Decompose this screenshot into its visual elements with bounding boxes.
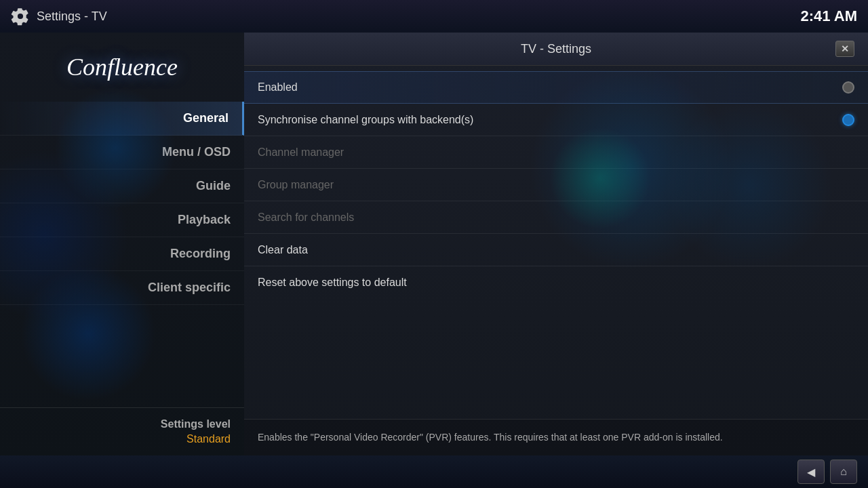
toggle-sync[interactable] [842,114,854,126]
setting-row-enabled[interactable]: Enabled [244,71,868,104]
toggle-enabled[interactable] [842,81,854,94]
sidebar-nav: General Menu / OSD Guide Playback Record… [0,102,244,407]
settings-list: Enabled Synchronise channel groups with … [244,66,868,419]
dialog-title: TV - Settings [277,42,835,56]
topbar: Settings - TV 2:41 AM [0,0,868,33]
setting-row-group-manager[interactable]: Group manager [244,169,868,201]
app-logo: Confluence [66,53,178,81]
settings-level-label: Settings level [14,418,231,430]
topbar-left: Settings - TV [11,7,107,26]
sidebar-item-client-specific[interactable]: Client specific [0,271,244,305]
setting-row-reset-defaults[interactable]: Reset above settings to default [244,266,868,299]
sidebar-item-playback[interactable]: Playback [0,203,244,237]
description-text: Enables the "Personal Video Recorder" (P… [258,430,854,445]
sidebar-item-recording[interactable]: Recording [0,237,244,271]
setting-row-sync[interactable]: Synchronise channel groups with backend(… [244,104,868,136]
setting-label-search-channels: Search for channels [258,211,354,224]
setting-row-clear-data[interactable]: Clear data [244,234,868,266]
bottombar: ◀ ⌂ [0,455,868,488]
main-area: Confluence General Menu / OSD Guide Play… [0,33,868,455]
home-icon: ⌂ [840,466,847,478]
settings-icon [11,7,30,26]
back-icon: ◀ [807,466,815,479]
description-footer: Enables the "Personal Video Recorder" (P… [244,419,868,455]
home-button[interactable]: ⌂ [830,460,857,484]
setting-row-channel-manager[interactable]: Channel manager [244,136,868,169]
setting-label-channel-manager: Channel manager [258,146,344,159]
content-panel: TV - Settings ✕ Enabled Synchronise chan… [244,33,868,455]
setting-row-search-channels[interactable]: Search for channels [244,201,868,234]
sidebar-item-general[interactable]: General [0,102,244,136]
settings-level-value[interactable]: Standard [14,433,231,445]
sidebar-item-menu-osd[interactable]: Menu / OSD [0,136,244,169]
back-button[interactable]: ◀ [797,460,825,484]
clock: 2:41 AM [800,7,857,25]
setting-label-reset-defaults: Reset above settings to default [258,277,407,289]
dialog-title-bar: TV - Settings ✕ [244,33,868,66]
setting-label-enabled: Enabled [258,81,298,94]
setting-label-clear-data: Clear data [258,244,308,256]
close-button[interactable]: ✕ [835,41,854,57]
topbar-title: Settings - TV [37,9,107,24]
setting-label-group-manager: Group manager [258,179,334,191]
sidebar: Confluence General Menu / OSD Guide Play… [0,33,244,455]
setting-label-sync: Synchronise channel groups with backend(… [258,114,473,126]
logo-area: Confluence [0,39,244,102]
settings-level-area: Settings level Standard [0,407,244,455]
sidebar-item-guide[interactable]: Guide [0,169,244,203]
